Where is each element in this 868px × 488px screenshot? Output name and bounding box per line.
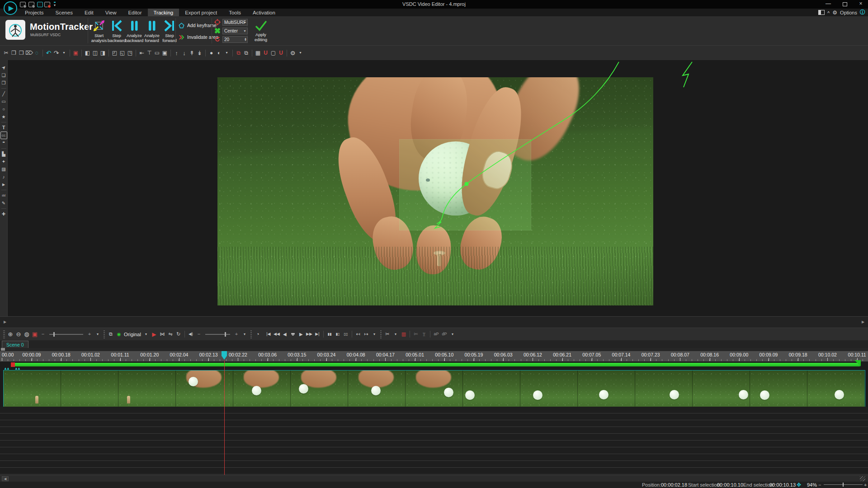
expand-right-panel-icon[interactable]: ▶ bbox=[862, 320, 864, 324]
select-object-icon[interactable]: ▣ bbox=[72, 48, 80, 57]
record-screen-icon[interactable]: ▣ bbox=[31, 329, 39, 339]
grid-icon[interactable]: ▦ bbox=[254, 48, 262, 57]
timeline-track-row[interactable] bbox=[0, 441, 868, 447]
align-center-icon[interactable]: ◫ bbox=[91, 48, 99, 57]
move-up-icon[interactable]: ↑ bbox=[173, 48, 180, 57]
split-caret[interactable]: ▾ bbox=[392, 329, 400, 339]
menu-projects[interactable]: Projects bbox=[19, 9, 50, 16]
quick-access-caret-icon[interactable]: ▾ bbox=[54, 2, 56, 7]
quality-indicator-icon[interactable]: ◉ bbox=[115, 329, 123, 339]
menu-scenes[interactable]: Scenes bbox=[50, 9, 79, 16]
menu-view[interactable]: View bbox=[99, 9, 123, 16]
snap-magnet-icon[interactable]: U bbox=[262, 48, 269, 57]
zoom-in-plus[interactable]: + bbox=[864, 482, 867, 488]
zoom-plus[interactable]: + bbox=[85, 329, 94, 339]
copy-icon[interactable]: ❐ bbox=[10, 48, 18, 57]
undo-icon[interactable]: ↶ bbox=[45, 48, 52, 57]
jump-to-next-marker-icon[interactable]: ↦ bbox=[362, 329, 370, 339]
rectangle-tool-icon[interactable]: ▭ bbox=[0, 98, 7, 105]
export-project-icon[interactable] bbox=[44, 2, 50, 7]
close-button[interactable]: × bbox=[854, 0, 867, 7]
audio-levels-icon[interactable]: ılıl bbox=[0, 192, 7, 199]
playhead-marker[interactable] bbox=[222, 351, 227, 360]
frame-step-icon[interactable]: ▮▯ bbox=[334, 329, 342, 339]
blend-icon[interactable]: ● bbox=[208, 48, 215, 57]
menu-export-project[interactable]: Export project bbox=[179, 9, 223, 16]
zoom-out-minus[interactable]: − bbox=[818, 482, 821, 488]
dock-top-icon[interactable]: ⊤ bbox=[146, 48, 153, 57]
go-to-start-button[interactable]: |◀ bbox=[264, 329, 273, 339]
info-icon[interactable]: ⓘ bbox=[860, 9, 865, 16]
start-analysis-button[interactable]: Start analysis bbox=[90, 18, 108, 43]
bring-to-front-icon[interactable]: ↟ bbox=[188, 48, 196, 57]
align-middle-icon[interactable]: ◱ bbox=[118, 48, 126, 57]
timeline-track-row[interactable] bbox=[0, 427, 868, 434]
mirror-playback-icon[interactable]: ⋈ bbox=[158, 329, 166, 339]
filmstrip-mode-icon[interactable]: ▥ bbox=[400, 329, 408, 339]
previous-frame-button[interactable]: ◀ bbox=[281, 329, 289, 339]
anchor-point-select[interactable]: Center▼ bbox=[222, 28, 248, 34]
analyze-forward-button[interactable]: Analyze forward bbox=[143, 18, 160, 43]
video-track-clip[interactable] bbox=[4, 371, 865, 407]
preview-quality-label[interactable]: Original bbox=[124, 332, 141, 337]
rewind-button[interactable]: ◀◀ bbox=[273, 329, 281, 339]
scroll-left-button[interactable]: ◀ bbox=[2, 476, 9, 481]
volume-caret[interactable]: ▾ bbox=[241, 329, 249, 339]
timeline-zoom-in-icon[interactable]: ⊕ bbox=[6, 329, 14, 339]
collapse-ribbon-icon[interactable]: ^ bbox=[827, 10, 830, 15]
blend-caret[interactable]: ▾ bbox=[223, 48, 231, 57]
volume-slider[interactable] bbox=[205, 334, 230, 335]
timeline-track-row[interactable] bbox=[0, 454, 868, 461]
group-icon[interactable]: ⧉ bbox=[235, 48, 242, 57]
split-clip-icon[interactable]: ✂ bbox=[383, 329, 392, 339]
text-tool-icon[interactable]: T bbox=[0, 124, 7, 131]
volume-minus[interactable]: − bbox=[195, 329, 203, 339]
invalidate-area-button[interactable]: Invalidate area bbox=[178, 33, 218, 42]
preview-mode-icon[interactable]: ⧉ bbox=[107, 329, 115, 339]
statusbar-zoom-thumb[interactable] bbox=[843, 483, 844, 487]
timeline-ruler[interactable]: 00.0000:00.0900:00.1800:01.0200:01.1100:… bbox=[0, 348, 868, 361]
timeline-track-row[interactable] bbox=[0, 420, 868, 427]
volume-icon[interactable]: ◀) bbox=[187, 329, 195, 339]
timeline-track-row[interactable] bbox=[0, 434, 868, 441]
volume-plus[interactable]: + bbox=[232, 329, 241, 339]
align-left-icon[interactable]: ◧ bbox=[84, 48, 91, 57]
timeline-track-row[interactable] bbox=[0, 468, 868, 474]
options-label[interactable]: Options bbox=[840, 10, 857, 15]
area-size-spinner[interactable]: 20▲▼ bbox=[222, 36, 248, 43]
subtitles-tool-icon[interactable]: CC bbox=[0, 131, 7, 139]
swap-playback-icon[interactable]: ⇋ bbox=[166, 329, 175, 339]
tooltip-tool-icon[interactable]: ❝ bbox=[0, 139, 7, 147]
move-down-icon[interactable]: ↓ bbox=[180, 48, 188, 57]
play-button[interactable]: ▶ bbox=[297, 329, 305, 339]
open-project-icon[interactable] bbox=[28, 2, 34, 7]
fast-forward-button[interactable]: ▶▶ bbox=[305, 329, 313, 339]
menu-tracking[interactable]: Tracking bbox=[148, 9, 179, 16]
settings-caret[interactable]: ▾ bbox=[297, 48, 304, 57]
timeline-track-row[interactable] bbox=[0, 407, 868, 413]
menu-editor[interactable]: Editor bbox=[122, 9, 147, 16]
new-project-icon[interactable] bbox=[20, 2, 26, 7]
add-object-alt-icon[interactable]: ❐ bbox=[0, 79, 7, 87]
menu-tools[interactable]: Tools bbox=[223, 9, 247, 16]
maximize-button[interactable] bbox=[843, 2, 847, 6]
frame-step-back-icon[interactable]: ▮▮ bbox=[326, 329, 334, 339]
jump-to-prev-marker-icon[interactable]: ↤ bbox=[354, 329, 362, 339]
object-properties-icon[interactable]: aP bbox=[432, 329, 440, 339]
ellipse-tool-icon[interactable]: ○ bbox=[0, 105, 7, 113]
snap-bounds-icon[interactable]: ▢ bbox=[269, 48, 277, 57]
align-bottom-icon[interactable]: ◳ bbox=[126, 48, 134, 57]
tracker-type-select[interactable]: MultiSURF▼ bbox=[222, 19, 248, 26]
delete-properties-icon[interactable]: dP bbox=[440, 329, 448, 339]
fit-width-icon[interactable]: ⇤ bbox=[138, 48, 146, 57]
image-tool-icon[interactable]: ▨ bbox=[0, 165, 7, 173]
audio-tool-icon[interactable]: ♪ bbox=[0, 173, 7, 181]
timeline-zoom-slider[interactable] bbox=[49, 334, 83, 335]
chart-tool-icon[interactable]: ▙ bbox=[0, 150, 7, 158]
frame-fit-icon[interactable]: ▭ bbox=[153, 48, 161, 57]
keyframe-marker[interactable]: ▲▲ bbox=[4, 366, 9, 371]
expand-left-panel-icon[interactable]: ▶ bbox=[4, 320, 6, 324]
paste-icon[interactable]: ❒ bbox=[18, 48, 25, 57]
duration-clock-icon[interactable]: ◔ bbox=[254, 329, 262, 339]
redo-caret[interactable]: ▾ bbox=[60, 48, 68, 57]
